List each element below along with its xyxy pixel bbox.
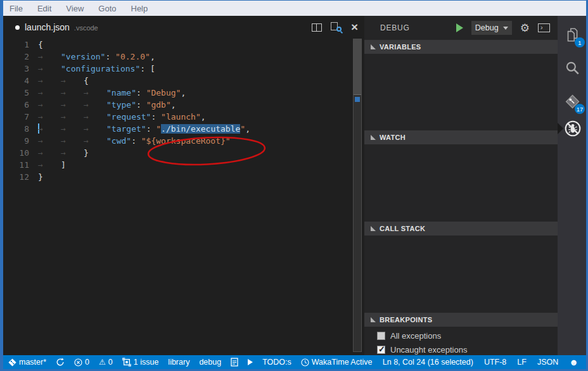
modified-dot-icon	[15, 25, 20, 30]
tab-bar: launch.json .vscode ×	[3, 16, 364, 39]
start-debug-icon[interactable]	[456, 23, 463, 32]
search-icon[interactable]	[564, 60, 580, 77]
menu-goto[interactable]: Goto	[98, 4, 116, 13]
git-icon[interactable]: 17	[564, 93, 580, 110]
status-bar: master* 0 ⚠ 0	[3, 355, 586, 369]
eol[interactable]: LF	[517, 358, 527, 367]
tab-title: launch.json	[25, 22, 70, 32]
code-token: "gdb"	[146, 100, 171, 110]
code-line[interactable]: 4→→{	[3, 75, 364, 87]
explorer-icon[interactable]: 1	[564, 27, 580, 43]
code-token: →	[84, 135, 106, 147]
code-area[interactable]: 1{2→"version": "0.2.0",3→"configurations…	[3, 39, 364, 355]
code-line[interactable]: 6→→→"type": "gdb",	[3, 99, 364, 111]
code-token: ]	[61, 160, 66, 170]
document-item[interactable]	[231, 358, 238, 367]
debug-console-icon[interactable]: ›	[538, 23, 550, 32]
code-token: →	[38, 75, 61, 87]
active-view-indicator-arrow	[558, 123, 563, 134]
line-number: 2	[3, 51, 29, 63]
menu-view[interactable]: View	[66, 4, 84, 13]
code-token: ./bin/executable	[161, 124, 240, 134]
branch-name: master*	[19, 358, 46, 367]
code-token: :	[151, 112, 161, 122]
encoding[interactable]: UTF-8	[484, 358, 506, 367]
breakpoint-all-exceptions[interactable]: All exceptions	[364, 329, 558, 343]
code-token: : [	[140, 64, 155, 73]
code-line[interactable]: 1{	[3, 39, 364, 51]
warning-icon: ⚠	[99, 358, 106, 366]
debug-panel-title: DEBUG	[380, 23, 410, 32]
code-line[interactable]: 5→→→"name": "Debug",	[3, 87, 364, 99]
debug-config-dropdown[interactable]: Debug	[471, 21, 512, 35]
split-editor-icon[interactable]	[312, 23, 322, 32]
code-token: :	[136, 88, 146, 97]
code-line[interactable]: 11→]	[3, 159, 364, 171]
tab-launch-json[interactable]: launch.json .vscode	[3, 16, 98, 39]
debug-icon[interactable]	[564, 120, 580, 136]
issues-item[interactable]: 1 issue	[122, 358, 159, 367]
code-token: {	[38, 40, 43, 49]
code-token: →	[38, 159, 61, 171]
error-count: 0	[85, 358, 89, 367]
menu-edit[interactable]: Edit	[37, 4, 51, 13]
code-token: →	[61, 99, 84, 111]
code-token: →	[38, 63, 61, 75]
section-call-stack[interactable]: CALL STACK	[364, 222, 558, 236]
errors-item[interactable]: 0	[74, 358, 89, 367]
code-line[interactable]: 9→→→"cwd": "${workspaceRoot}"	[3, 135, 364, 147]
todos-item[interactable]: TODO:s	[262, 358, 291, 367]
editor-group: launch.json .vscode × 1{2→"version": "0.…	[3, 16, 364, 355]
line-number: 11	[3, 159, 29, 171]
code-token: →	[38, 111, 61, 123]
code-line[interactable]: 8→→→"target": "./bin/executable",	[3, 123, 364, 135]
code-token: →	[38, 135, 61, 147]
twistie-icon	[371, 317, 376, 322]
checkbox-unchecked[interactable]	[377, 332, 385, 340]
line-number: 3	[3, 63, 29, 75]
section-variables[interactable]: VARIABLES	[364, 40, 558, 54]
code-token: →	[38, 147, 61, 159]
wakatime-item[interactable]: WakaTime Active	[301, 358, 373, 367]
code-token: →	[61, 75, 84, 87]
git-branch-item[interactable]: master*	[8, 358, 46, 367]
close-editor-icon[interactable]: ×	[351, 22, 358, 32]
code-token: }	[84, 148, 89, 158]
gear-icon[interactable]: ⚙	[520, 23, 530, 34]
language-mode[interactable]: JSON	[537, 358, 558, 367]
library-item[interactable]: library	[168, 358, 189, 367]
debug-status-item[interactable]: debug	[199, 358, 221, 367]
code-line[interactable]: 2→"version": "0.2.0",	[3, 51, 364, 63]
checkbox-checked[interactable]	[377, 346, 385, 354]
debug-sections: VARIABLES WATCH CALL STACK BREAKPOINTS	[364, 40, 558, 355]
code-token: :	[131, 136, 141, 146]
watch-body	[364, 144, 558, 222]
breakpoint-uncaught-exceptions[interactable]: Uncaught exceptions	[364, 343, 558, 356]
breakpoint-label: All exceptions	[390, 331, 441, 341]
cursor-position[interactable]: Ln 8, Col 24 (16 selected)	[383, 358, 473, 367]
warnings-item[interactable]: ⚠ 0	[99, 358, 113, 367]
code-token: "0.2.0"	[115, 52, 150, 61]
code-token: "Debug"	[146, 88, 181, 97]
editor-scrollbar[interactable]	[353, 39, 362, 352]
section-label: CALL STACK	[380, 225, 425, 232]
menu-help[interactable]: Help	[131, 4, 148, 13]
scrollbar-slider[interactable]	[354, 39, 361, 95]
code-line[interactable]: 10→→}	[3, 147, 364, 159]
sync-item[interactable]	[56, 358, 65, 367]
issue-count: 1 issue	[134, 358, 159, 367]
code-line[interactable]: 7→→→"request": "launch",	[3, 111, 364, 123]
code-line[interactable]: 3→"configurations": [	[3, 63, 364, 75]
feedback-smiley-icon[interactable]: ☻	[569, 358, 578, 367]
code-token: ,	[201, 112, 206, 122]
code-line[interactable]: 12}	[3, 171, 364, 183]
section-watch[interactable]: WATCH	[364, 130, 558, 144]
run-item[interactable]	[248, 359, 253, 365]
issue-icon	[122, 358, 131, 367]
code-token: "cwd"	[106, 136, 131, 146]
open-preview-icon[interactable]	[331, 22, 342, 32]
line-number: 9	[3, 135, 29, 147]
section-breakpoints[interactable]: BREAKPOINTS	[364, 313, 558, 327]
section-label: VARIABLES	[380, 43, 421, 51]
menu-file[interactable]: File	[10, 4, 23, 13]
